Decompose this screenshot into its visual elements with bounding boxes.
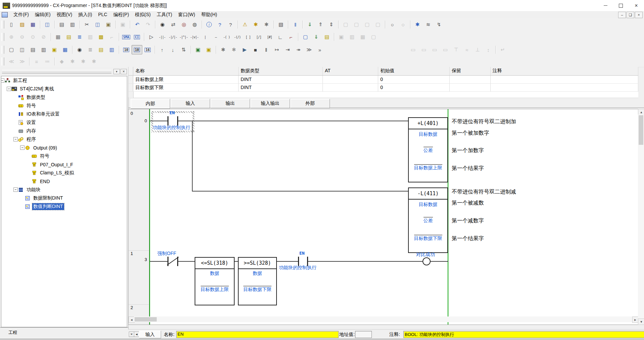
new-window-icon[interactable]: ▢ (6, 45, 17, 54)
menu-w[interactable]: 窗口(W) (175, 11, 198, 18)
tile-vertical-icon[interactable]: ▥ (38, 45, 49, 54)
name-field[interactable]: EN (176, 331, 339, 338)
cascade-icon[interactable]: ◫ (17, 45, 28, 54)
find-icon[interactable]: ◉ (157, 20, 168, 29)
sim-mode-icon[interactable]: ✱ (229, 45, 239, 54)
help-icon[interactable]: ? (214, 20, 225, 29)
cross-reference-icon[interactable]: ✱ (261, 20, 272, 29)
new-or-contact-icon[interactable]: -|^|- (178, 32, 189, 42)
program-mode-icon[interactable]: ▢ (362, 20, 373, 29)
comment-field[interactable]: BOOL: 功能块的控制执行 (403, 331, 644, 338)
replace-icon[interactable]: ⇄ (168, 20, 179, 29)
paste-icon[interactable]: ▣ (103, 20, 114, 29)
tree-item----[interactable]: 功能块 (1, 185, 127, 194)
upload-icon[interactable]: ⇑ (315, 20, 326, 29)
tree-item-----dint[interactable]: 数据限制DINT (1, 194, 127, 202)
sim-run-icon[interactable]: ▶ (239, 45, 250, 54)
mdi-restore-button[interactable]: ❏ (627, 12, 634, 18)
bar-collapse-button[interactable]: ◄ (134, 332, 139, 337)
view4-icon[interactable]: ▢ (368, 32, 379, 42)
expansion-icon[interactable]: [#] (264, 32, 275, 42)
new-or-closed-contact-icon[interactable]: -|v|- (189, 32, 200, 42)
force-cancel-icon[interactable]: ⇅ (178, 45, 189, 54)
menu-t[interactable]: 工具(T) (154, 11, 175, 18)
view3-icon[interactable]: ▦ (357, 32, 368, 42)
find-next-icon[interactable]: ◎ (179, 20, 189, 29)
print-icon[interactable]: ▤ (56, 20, 67, 29)
table-cell[interactable]: DINT (239, 76, 323, 83)
tree-item---[interactable]: 程序 (1, 135, 127, 143)
signed-decimal-display-button[interactable]: 10 (132, 45, 142, 54)
close-button[interactable]: × (629, 0, 644, 11)
zoom-in-icon[interactable]: ⊕ (6, 32, 17, 42)
continuous-step-icon[interactable]: ≫ (304, 45, 314, 54)
table-cell[interactable]: 0 (378, 76, 450, 83)
contact-label[interactable]: 强制OFF (157, 251, 176, 257)
paste-special-icon[interactable]: ▣ (117, 20, 128, 29)
mark-1-icon[interactable]: ◆ (56, 57, 67, 66)
align-left-icon[interactable]: ▭ (408, 45, 418, 54)
tree-item---[interactable]: 内存 (1, 127, 127, 135)
mark-3-icon[interactable]: ✱ (78, 57, 89, 66)
align-middle-icon[interactable]: ≈ (461, 45, 472, 54)
tree-item-io------[interactable]: IO表和单元设置 (1, 110, 127, 118)
properties-icon[interactable]: i (204, 20, 214, 29)
section-tab-4[interactable]: 外部 (290, 99, 330, 108)
address-field[interactable] (355, 331, 372, 338)
find-report-icon[interactable]: ◉ (74, 45, 85, 54)
hscroll-thumb[interactable] (135, 317, 157, 322)
table-cell[interactable] (323, 84, 378, 91)
tree-item-output--09-[interactable]: Output (09) (1, 143, 127, 152)
table-cell[interactable]: DINT (239, 84, 323, 91)
pause-monitor-icon[interactable]: ◌ (398, 20, 408, 29)
tile-horizontal-icon[interactable]: ▤ (28, 45, 38, 54)
tree-item---[interactable]: 符号 (1, 152, 127, 160)
minimize-button[interactable] (598, 0, 613, 11)
table-cell[interactable] (323, 76, 378, 83)
menu-f[interactable]: 文件(F) (10, 11, 32, 18)
vscroll-track[interactable] (638, 115, 644, 318)
compile-check-icon[interactable]: ⚠ (240, 20, 250, 29)
simulator-online-icon[interactable]: ▣ (193, 45, 203, 54)
instruction-block-ge[interactable]: >=SL(328) 数据 目标数据下限 (238, 257, 277, 305)
column-header-2[interactable]: AT (323, 67, 378, 75)
operand[interactable]: 目标数据下限 (409, 236, 447, 242)
local-symbols-icon[interactable]: ▤ (96, 45, 106, 54)
mnemonics-view-icon[interactable]: SMA (121, 32, 132, 42)
address-list-icon[interactable]: ≣ (74, 32, 85, 42)
monitor-view-icon[interactable]: ▥ (85, 32, 96, 42)
zoom-out-icon[interactable]: ⊖ (17, 32, 28, 42)
cross-ref-report-icon[interactable]: ≣ (85, 45, 96, 54)
new-file-icon[interactable]: ▯ (6, 20, 17, 29)
menu-plc[interactable]: PLC (95, 11, 110, 18)
row-gutter[interactable] (129, 76, 133, 83)
step-run-icon[interactable]: ↦ (271, 45, 282, 54)
zoom-fit-icon[interactable]: ⊙ (28, 32, 38, 42)
column-header-1[interactable]: 数据类型 (239, 67, 323, 75)
mdi-close-button[interactable]: × (635, 12, 643, 18)
time-chart-icon[interactable]: ↯ (434, 20, 444, 29)
section-tab-3[interactable]: 输入输出 (250, 99, 290, 108)
vertical-line-icon[interactable]: | (200, 32, 210, 42)
instruction-block-addl[interactable]: +L(401) 目标数据 公差 目标数据上限 (408, 117, 448, 182)
io-table-view-icon[interactable]: ▥ (106, 45, 117, 54)
table-cell[interactable]: 0 (378, 84, 450, 91)
section-tab-2[interactable]: 输出 (210, 99, 250, 108)
redo-icon[interactable]: ↷ (143, 20, 153, 29)
io-comment-icon[interactable]: ▩ (96, 32, 106, 42)
view2-icon[interactable]: ▥ (347, 32, 357, 42)
symbols-view-icon[interactable]: ▤ (321, 32, 332, 42)
new-closed-contact-icon[interactable]: -|/|- (167, 32, 178, 42)
operand[interactable]: 目标数据下限 (239, 287, 276, 293)
fb-library-icon[interactable]: ▢ (300, 32, 311, 42)
project-tab[interactable]: 工程 (2, 328, 23, 336)
tree-item-----[interactable]: 数据类型 (1, 93, 127, 101)
line-connect-icon[interactable]: ∟ (275, 32, 286, 42)
decimal-display-button[interactable]: 10 (121, 45, 132, 54)
contact-label[interactable]: EN (169, 110, 175, 115)
menu-e[interactable]: 编辑(E) (32, 11, 54, 18)
panel-close-button[interactable]: ✕ (120, 69, 127, 74)
tree-expand-toggle[interactable] (1, 78, 4, 83)
table-cell[interactable] (491, 84, 638, 91)
indent-left-icon[interactable]: ≪ (6, 57, 17, 66)
